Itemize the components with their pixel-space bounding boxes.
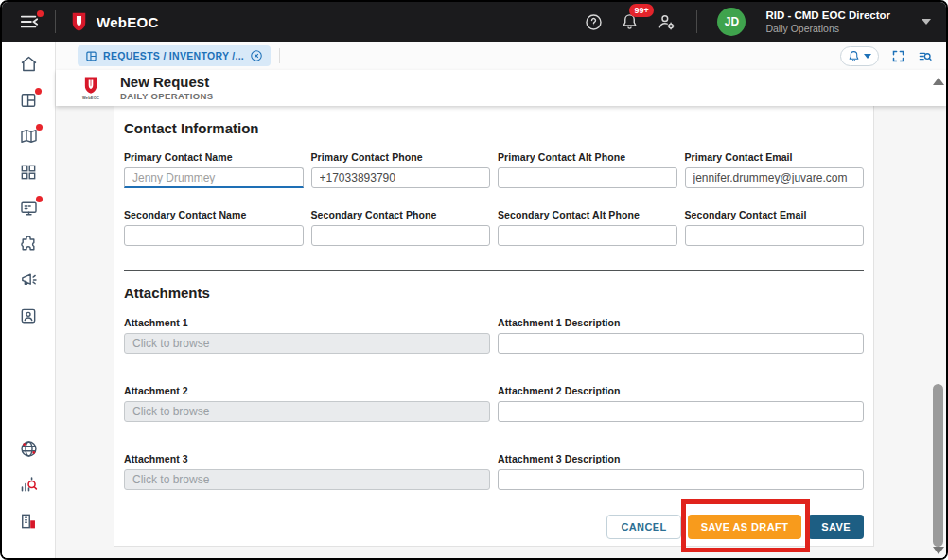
save-button[interactable]: SAVE (808, 515, 864, 539)
alert-bell-icon (848, 50, 860, 62)
form-header: WebEOC New Request DAILY OPERATIONS (56, 70, 946, 106)
fullscreen-icon[interactable] (891, 49, 905, 63)
plugins-icon[interactable] (19, 234, 38, 254)
boards-icon[interactable] (19, 90, 38, 110)
board-content: WebEOC New Request DAILY OPERATIONS Cont… (56, 70, 946, 558)
field-label: Secondary Contact Alt Phone (498, 209, 677, 220)
attachment-3-browse-input[interactable] (124, 469, 490, 490)
section-divider (124, 270, 864, 271)
notification-count-badge: 99+ (629, 4, 653, 17)
user-info[interactable]: RID - CMD EOC Director Daily Operations (765, 9, 890, 35)
tab-bar: REQUESTS / INVENTORY /... (56, 42, 946, 70)
tab-close-icon[interactable] (250, 49, 263, 62)
megaphone-icon[interactable] (19, 270, 39, 289)
form-subtitle: DAILY OPERATIONS (120, 91, 214, 101)
notifications-bell-icon[interactable]: 99+ (621, 12, 639, 31)
user-settings-icon[interactable] (657, 12, 676, 31)
field-label: Primary Contact Alt Phone (498, 151, 677, 163)
field-label: Attachment 2 Description (498, 385, 864, 396)
topbar-divider-2 (696, 10, 697, 33)
analytics-search-icon[interactable] (19, 475, 39, 495)
secondary-contact-alt-phone-input[interactable] (498, 225, 677, 246)
top-bar: WebEOC 99+ (2, 2, 946, 42)
tab-requests-inventory[interactable]: REQUESTS / INVENTORY /... (78, 45, 271, 66)
field-label: Attachment 1 (124, 317, 490, 328)
attachment-2-description-input[interactable] (498, 401, 864, 422)
form-panel: Contact Information Primary Contact Name… (114, 106, 874, 547)
form-logo-text: WebEOC (82, 96, 99, 100)
attachments-section-heading: Attachments (124, 285, 864, 301)
org-report-icon[interactable] (19, 511, 38, 531)
user-role: RID - CMD EOC Director (765, 9, 890, 22)
contacts-icon[interactable] (19, 306, 38, 325)
board-display-icon[interactable] (19, 198, 39, 218)
maps-icon[interactable] (19, 126, 39, 146)
scrollbar-thumb[interactable] (933, 384, 943, 547)
left-sidebar (2, 42, 56, 558)
apps-icon[interactable] (19, 162, 38, 182)
app-name: WebEOC (97, 14, 159, 30)
form-logo-icon: WebEOC (75, 76, 107, 100)
vertical-scrollbar (931, 74, 945, 556)
field-label: Secondary Contact Name (124, 209, 304, 220)
menu-badge-dot (37, 10, 44, 17)
primary-contact-phone-input[interactable] (311, 167, 491, 188)
maps-badge-dot (36, 124, 43, 131)
contact-section-heading: Contact Information (124, 120, 864, 136)
field-label: Primary Contact Email (685, 151, 865, 163)
field-label: Secondary Contact Email (685, 209, 865, 220)
field-label: Primary Contact Name (124, 151, 304, 163)
scroll-down-arrow[interactable] (933, 547, 944, 554)
alerts-caret-icon (864, 54, 871, 59)
user-menu-caret-icon[interactable] (922, 19, 931, 25)
board-alerts-button[interactable] (840, 46, 879, 66)
attachment-2-browse-input[interactable] (124, 401, 490, 422)
boards-badge-dot (35, 88, 42, 95)
board-tab-icon (85, 50, 97, 62)
home-icon[interactable] (19, 54, 39, 74)
form-title: New Request (120, 74, 214, 91)
globe-icon[interactable] (19, 439, 39, 459)
secondary-contact-email-input[interactable] (685, 225, 865, 246)
board-search-icon[interactable] (918, 49, 933, 63)
webeoc-logo-icon (71, 11, 87, 32)
cancel-button[interactable]: CANCEL (606, 515, 680, 539)
scroll-up-arrow[interactable] (933, 78, 944, 85)
primary-contact-alt-phone-input[interactable] (498, 167, 677, 188)
user-context: Daily Operations (765, 23, 890, 35)
field-label: Secondary Contact Phone (311, 209, 491, 220)
primary-contact-name-input[interactable] (124, 167, 304, 188)
tab-divider (279, 48, 280, 63)
webeoc-window: WebEOC 99+ (0, 0, 948, 560)
tab-label: REQUESTS / INVENTORY /... (103, 50, 244, 61)
save-as-draft-button[interactable]: SAVE AS DRAFT (688, 515, 802, 539)
board-display-badge-dot (36, 196, 43, 202)
attachment-3-description-input[interactable] (498, 469, 864, 490)
secondary-contact-name-input[interactable] (124, 225, 304, 246)
field-label: Attachment 3 Description (498, 453, 864, 464)
topbar-divider (55, 10, 56, 33)
field-label: Primary Contact Phone (311, 151, 491, 163)
user-avatar[interactable]: JD (717, 8, 746, 36)
attachment-1-browse-input[interactable] (124, 333, 490, 354)
help-icon[interactable] (585, 13, 603, 31)
secondary-contact-phone-input[interactable] (311, 225, 491, 246)
field-label: Attachment 2 (124, 385, 490, 396)
menu-collapse-icon[interactable] (19, 12, 40, 31)
field-label: Attachment 1 Description (498, 317, 864, 328)
attachment-1-description-input[interactable] (498, 333, 864, 354)
primary-contact-email-input[interactable] (685, 167, 865, 188)
field-label: Attachment 3 (124, 453, 490, 464)
